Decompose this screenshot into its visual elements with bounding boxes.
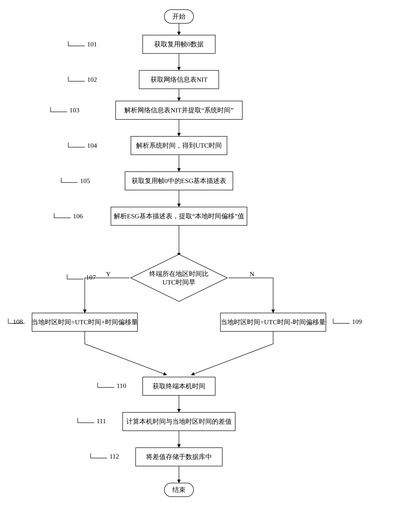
decision-107-line2: UTC时间早 xyxy=(162,279,195,286)
process-111: 计算本机时间与当地时区时间的差值 xyxy=(122,412,235,431)
step-tag-111: 111 xyxy=(97,417,106,425)
svg-line-14 xyxy=(191,344,273,375)
process-105: 获取复用帧0中的ESG基本描述表 xyxy=(125,171,233,190)
process-101: 获取复用帧0数据 xyxy=(142,35,215,54)
step-tag-112: 112 xyxy=(110,453,119,460)
process-108: 当地时区时间=UTC时间+时间偏移量 xyxy=(32,313,138,332)
step-tag-108: 108 xyxy=(13,318,23,326)
step-tag-110: 110 xyxy=(117,382,126,390)
process-112: 将差值存储于数据库中 xyxy=(135,448,223,466)
process-103: 解析网络信息表NIT并提取“系统时间” xyxy=(115,101,242,120)
process-104: 解析系统时间，得到UTC时间 xyxy=(131,136,227,155)
step-tag-109: 109 xyxy=(352,318,362,326)
process-110: 获取终端本机时间 xyxy=(142,377,215,396)
step-tag-104: 104 xyxy=(87,142,97,149)
decision-107: 终端所在地区时间比 UTC时间早 xyxy=(130,253,228,303)
branch-label-no: N xyxy=(250,270,254,278)
process-109: 当地时区时间=UTC时间-时间偏移量 xyxy=(220,313,326,332)
branch-label-yes: Y xyxy=(106,270,111,278)
decision-107-line1: 终端所在地区时间比 xyxy=(149,270,209,277)
flowchart-canvas: 开始 结束 获取复用帧0数据 获取网络信息表NIT 解析网络信息表NIT并提取“… xyxy=(0,0,409,532)
terminator-start: 开始 xyxy=(164,9,194,24)
step-tag-101: 101 xyxy=(87,40,97,48)
terminator-end: 结束 xyxy=(164,483,194,497)
step-tag-102: 102 xyxy=(87,76,97,83)
step-tag-106: 106 xyxy=(73,212,83,220)
process-102: 获取网络信息表NIT xyxy=(139,70,219,89)
step-tag-107: 107 xyxy=(86,274,96,281)
process-106: 解析ESG基本描述表，提取“本地时间偏移”值 xyxy=(111,207,247,226)
step-tag-105: 105 xyxy=(80,177,90,185)
step-tag-103: 103 xyxy=(69,106,79,114)
svg-line-12 xyxy=(85,344,167,375)
